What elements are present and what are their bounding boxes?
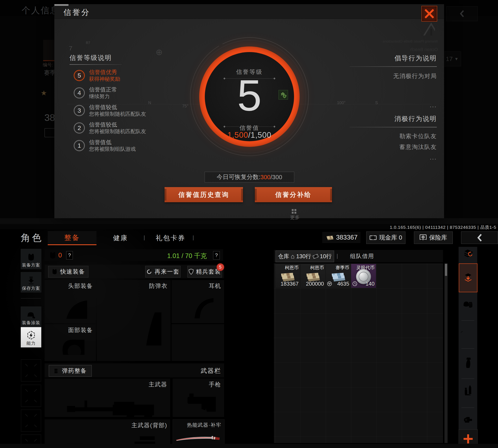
more-button[interactable]: 更多 [290, 209, 300, 221]
card-icon [44, 128, 55, 137]
slot-label: 主武器(背部) [131, 421, 167, 429]
button-label: 保险库 [429, 234, 447, 242]
stat-number: 38 [44, 112, 55, 123]
level-line2: 继续努力 [89, 93, 117, 99]
safe-vault-button[interactable]: 保险库 [414, 231, 453, 244]
rifle-silhouette-icon [64, 386, 154, 423]
sidebar-item-gear-paint[interactable]: 装备涂装 [21, 306, 41, 327]
empty-sidebar-slot[interactable] [21, 410, 41, 432]
quick-equip-button[interactable]: 快速装备 [48, 266, 88, 277]
pistol-silhouette-icon [185, 389, 216, 412]
warehouse-item-koen-coin[interactable]: 柯恩币 200000 [300, 264, 325, 288]
level-line1: 信誉值优秀 [89, 69, 120, 76]
money-icon [326, 234, 334, 240]
tab-divider: | [144, 234, 145, 241]
safe-icon [420, 234, 427, 241]
level-item-3: 3 信誉值较低 您将被限制随机匹配队友 [74, 104, 146, 117]
close-button[interactable] [421, 6, 437, 22]
slot-body-armor[interactable]: 防弹衣 [97, 280, 171, 361]
help-button[interactable]: ? [66, 251, 73, 259]
ellipsis: ... [350, 156, 437, 159]
level-line1: 信誉值较低 [89, 121, 146, 128]
avatar [43, 40, 55, 61]
credit-value: 1,500/1,500 [193, 131, 305, 140]
level-circle: 1 [74, 140, 85, 151]
timer-badge-icon [352, 281, 357, 286]
level-item-4: 4 信誉值正常 继续努力 [74, 86, 117, 99]
level-line1: 信誉值正常 [89, 86, 117, 93]
filter-armor-icon[interactable] [459, 300, 477, 309]
empty-sidebar-slot[interactable] [21, 359, 41, 382]
slot-label: 手枪 [209, 381, 221, 388]
repeat-loadout-button[interactable]: 再来一套 [145, 266, 181, 277]
filter-magazine-icon[interactable] [459, 356, 477, 368]
warehouse-item-season-coin[interactable]: 赛季币 4635 [326, 264, 351, 288]
money-display[interactable]: 383367 [322, 232, 360, 243]
credit-history-button[interactable]: 信誉值历史查询 [165, 187, 243, 202]
page-title-personal-info: 个人信息 [22, 5, 60, 16]
tab-label: 组队借用 [350, 252, 374, 260]
filter-all-selected[interactable] [459, 263, 478, 292]
back-button[interactable] [461, 231, 498, 244]
sidebar-item-save-plan[interactable]: 保存方案 [21, 272, 41, 292]
daily-recover-box: 今日可恢复分数: 300 /300 [205, 172, 294, 182]
tab-health[interactable]: 健康 [113, 234, 128, 243]
credit-gauge: 信誉等级 5 信誉值 1,500/1,500 [193, 41, 305, 153]
tab-giftcards[interactable]: 礼包卡券 [156, 234, 185, 243]
warehouse-item-spirit-eye-token[interactable]: 灵眼代币 140 [351, 264, 376, 288]
mask-silhouette-icon [57, 336, 84, 355]
modal-header: 信誉分 [54, 4, 444, 19]
filter-ammo-icon[interactable] [459, 384, 477, 395]
warehouse-item-koen-coin[interactable]: 柯恩币 183367 [275, 264, 300, 288]
hex-lightning-icon [27, 331, 35, 339]
helmet-silhouette-icon [56, 293, 87, 319]
sidebar-item-label: 能力 [27, 340, 36, 346]
button-label: 快速装备 [60, 268, 85, 276]
ellipsis: ... [350, 104, 437, 106]
help-button[interactable]: ? [213, 251, 220, 259]
button-label: 现金库 0 [379, 234, 402, 242]
season-dropdown[interactable]: 17 ▼ [443, 51, 461, 66]
warehouse-tab[interactable]: 仓库 ⌂ 130行 10行 [276, 251, 334, 262]
scrollbar-thumb[interactable] [445, 264, 447, 276]
sort-layers-icon[interactable] [459, 249, 477, 258]
filter-strip [459, 247, 477, 448]
filter-weapon-icon[interactable] [459, 328, 477, 338]
armor-count-icon [49, 251, 57, 259]
advocate-title: 倡导行为说明 [350, 54, 437, 63]
level-circle: 3 [74, 105, 85, 116]
slot-primary-weapon[interactable]: 主武器 [45, 379, 170, 417]
negative-item: 蓄意淘汰队友 [350, 143, 437, 151]
slot-headset[interactable]: 耳机 [172, 280, 224, 323]
filter-attachment-icon[interactable] [459, 415, 477, 424]
button-label: 信誉分补给 [275, 191, 312, 199]
shield-star-icon [189, 269, 194, 275]
item-count: 140 [365, 281, 375, 287]
elite-set-button[interactable]: 精兵套装 5 [187, 266, 222, 277]
ammo-prep-button[interactable]: 弹药整备 [49, 365, 92, 377]
weight-bar: 0 ? 1.01 / 70 千克 ? [45, 249, 223, 261]
slot-empty[interactable] [172, 324, 224, 361]
tag-icon [312, 254, 319, 259]
credit-supply-button[interactable]: 信誉分补给 [255, 187, 332, 202]
empty-sidebar-slot[interactable] [21, 385, 41, 407]
warehouse-scrollbar[interactable] [445, 263, 448, 443]
negative-item: 勒索卡位队友 [350, 132, 437, 140]
slot-head-gear[interactable]: 头部装备 [45, 280, 96, 323]
sidebar-item-ability[interactable]: 能力 [21, 327, 41, 347]
compass-100: 100° [337, 100, 346, 105]
cash-vault-button[interactable]: 现金库 0 [366, 231, 405, 244]
level-circle: 2 [74, 122, 85, 134]
negative-title: 消极行为说明 [350, 114, 437, 123]
level-item-2: 2 信誉值较低 您将被限制随机匹配队友 [74, 121, 146, 135]
slot-face-gear[interactable]: 面部装备 [45, 324, 96, 361]
sidebar-item-gear-plan[interactable]: 装备方案 [21, 249, 41, 269]
personal-info-screen: 1.0.165.165(6) | 04111342 | 8753246335 |… [0, 0, 498, 224]
cash-icon [369, 235, 377, 240]
tab-gear[interactable]: 整备 [48, 231, 97, 245]
slot-pistol[interactable]: 手枪 [173, 379, 224, 417]
sidebar-item-label: 保存方案 [22, 285, 40, 291]
download-icon [27, 276, 35, 285]
team-borrow-tab[interactable]: 组队借用 [343, 250, 381, 262]
back-button-dimmed[interactable] [446, 6, 478, 21]
